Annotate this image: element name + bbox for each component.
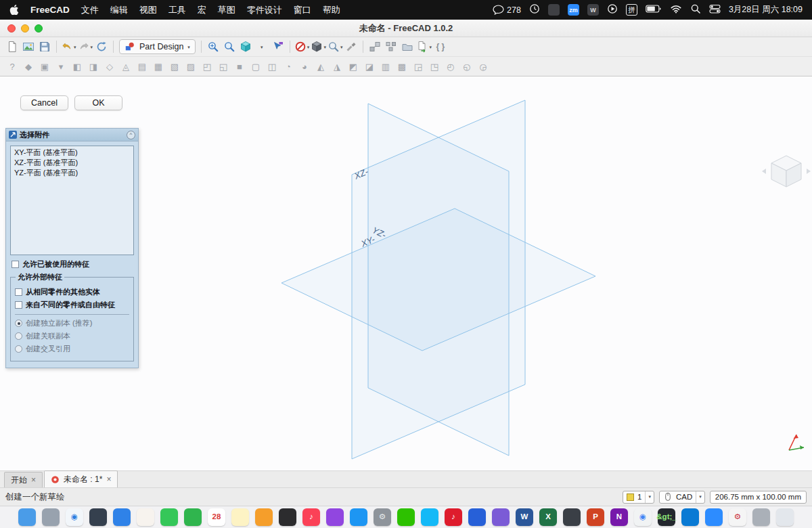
cancel-button[interactable]: Cancel (20, 95, 68, 110)
expression-button[interactable]: { } (432, 39, 449, 55)
zoom-badge-icon[interactable]: zm (568, 4, 579, 16)
undo-button[interactable]: ▾ (60, 39, 77, 55)
dock-messages-icon[interactable] (160, 508, 178, 526)
copy-mode-radio[interactable]: 创建交叉引用 (15, 344, 129, 354)
partdesign-tool-button[interactable]: ◰ (199, 58, 215, 74)
close-icon[interactable]: × (106, 475, 111, 483)
ok-button[interactable]: OK (74, 95, 122, 110)
partdesign-tool-button[interactable]: ◫ (264, 58, 280, 74)
partdesign-tool-button[interactable]: ◮ (329, 58, 345, 74)
partdesign-tool-button[interactable]: ■ (231, 58, 248, 74)
clock-icon[interactable] (529, 3, 540, 16)
minimize-window-button[interactable] (21, 24, 29, 32)
dock-wechat-icon[interactable] (397, 508, 415, 526)
navigation-cube[interactable] (762, 156, 811, 187)
plane-list-item[interactable]: XZ-平面 (基准平面) (12, 158, 132, 168)
workbench-selector[interactable]: Part Design ▾ (119, 39, 196, 54)
refresh-button[interactable] (93, 39, 110, 55)
dock-freecad-icon[interactable]: ⚙ (729, 508, 746, 526)
word-badge-icon[interactable]: W (587, 4, 599, 16)
partdesign-tool-button[interactable]: ▣ (37, 58, 53, 74)
redo-button[interactable]: ▾ (77, 39, 94, 55)
zoom-tools-button[interactable]: ▾ (327, 39, 344, 55)
menubar-item[interactable]: 窗口 (294, 4, 311, 16)
dock-tv-icon[interactable] (279, 508, 296, 526)
sync-selection-button[interactable] (270, 39, 286, 55)
panel-header[interactable]: 选择附件 ^ (6, 129, 138, 141)
battery-icon[interactable] (646, 3, 662, 16)
measure-button[interactable] (343, 39, 359, 55)
plane-list-item[interactable]: XY-平面 (基准平面) (12, 148, 132, 158)
fit-all-button[interactable] (205, 39, 221, 55)
dock-app-gray-icon[interactable] (752, 508, 770, 526)
view-options-button[interactable]: ▾ (254, 39, 270, 55)
dock-settings-icon[interactable]: ⚙ (374, 508, 391, 526)
apple-menu-icon[interactable] (9, 3, 19, 17)
make-link-button[interactable] (367, 39, 383, 55)
partdesign-tool-button[interactable]: ◧ (69, 58, 85, 74)
partdesign-tool-button[interactable]: ◕ (296, 58, 313, 74)
dock-trash-icon[interactable] (776, 508, 794, 526)
play-circle-icon[interactable] (607, 3, 618, 16)
dock-app-dark-icon[interactable] (563, 508, 581, 526)
dock-word-icon[interactable]: W (516, 508, 533, 526)
dock-qq-icon[interactable] (421, 508, 438, 526)
dock-mail-icon[interactable] (89, 508, 107, 526)
partdesign-tool-button[interactable]: ◬ (118, 58, 134, 74)
group-button[interactable] (399, 39, 415, 55)
partdesign-tool-button[interactable]: ▨ (183, 58, 199, 74)
menubar-item[interactable]: 文件 (81, 4, 99, 16)
dock-launchpad-icon[interactable] (42, 508, 60, 526)
partdesign-tool-button[interactable]: ? (4, 58, 20, 74)
export-button[interactable]: ▾ (415, 39, 432, 55)
dock-finder-icon[interactable] (18, 508, 36, 526)
dock-appstore-icon[interactable] (350, 508, 367, 526)
external-feature-checkbox[interactable]: 从相同零件的其他实体 (15, 287, 129, 297)
tab-document[interactable]: 未命名 : 1* × (44, 470, 118, 487)
copy-mode-radio[interactable]: 创建关联副本 (15, 331, 129, 341)
dock-vscode-icon[interactable] (681, 508, 699, 526)
new-document-button[interactable] (4, 39, 20, 55)
dock-chrome-icon[interactable]: ◉ (634, 508, 652, 526)
dock-maps-icon[interactable] (113, 508, 131, 526)
partdesign-tool-button[interactable]: ◶ (475, 58, 491, 74)
search-icon[interactable] (690, 3, 701, 16)
dock-terminal-icon[interactable]: &gt;_ (658, 508, 675, 526)
partdesign-tool-button[interactable]: ▧ (166, 58, 183, 74)
menubar-item[interactable]: 工具 (168, 4, 186, 16)
dock-notes-icon[interactable] (231, 508, 249, 526)
partdesign-tool-button[interactable]: ▦ (150, 58, 166, 74)
dock-zoom-icon[interactable] (705, 508, 723, 526)
input-method-icon[interactable]: 拼 (626, 4, 637, 16)
partdesign-tool-button[interactable]: ▥ (378, 58, 394, 74)
partdesign-tool-button[interactable]: ◳ (426, 58, 443, 74)
partdesign-tool-button[interactable]: ◆ (20, 58, 37, 74)
partdesign-tool-button[interactable]: ◱ (215, 58, 231, 74)
menubar-app-name[interactable]: FreeCAD (30, 5, 70, 15)
partdesign-tool-button[interactable]: ◴ (443, 58, 459, 74)
dock-onenote-icon[interactable]: N (610, 508, 628, 526)
dock-calendar-icon[interactable]: 28 (208, 508, 225, 526)
copy-mode-radio[interactable]: 创建独立副本 (推荐) (15, 318, 129, 328)
partdesign-tool-button[interactable]: ◇ (102, 58, 118, 74)
draw-style-button[interactable]: ▾ (310, 39, 327, 55)
plane-list-item[interactable]: YZ-平面 (基准平面) (12, 168, 132, 178)
dock-app-orange-icon[interactable] (255, 508, 273, 526)
external-feature-checkbox[interactable]: 来自不同的零件或自由特征 (15, 300, 129, 310)
menubar-item[interactable]: 帮助 (323, 4, 340, 16)
app-badge-icon[interactable] (548, 4, 560, 16)
dock-app-blue-icon[interactable] (468, 508, 486, 526)
layer-selector[interactable]: 1 ▾ (623, 491, 654, 504)
menubar-item[interactable]: 零件设计 (247, 4, 282, 16)
dock-facetime-icon[interactable] (184, 508, 202, 526)
allow-used-features-checkbox[interactable]: 允许已被使用的特征 (12, 259, 133, 269)
partdesign-tool-button[interactable]: ▢ (248, 58, 264, 74)
zoom-window-button[interactable] (35, 24, 43, 32)
dock-app-purple-icon[interactable] (492, 508, 510, 526)
plane-xy[interactable] (281, 208, 595, 351)
dock-powerpoint-icon[interactable]: P (587, 508, 604, 526)
partdesign-tool-button[interactable]: ◲ (410, 58, 426, 74)
link-group-button[interactable] (383, 39, 399, 55)
partdesign-tool-button[interactable]: ◪ (361, 58, 378, 74)
close-window-button[interactable] (7, 24, 16, 32)
